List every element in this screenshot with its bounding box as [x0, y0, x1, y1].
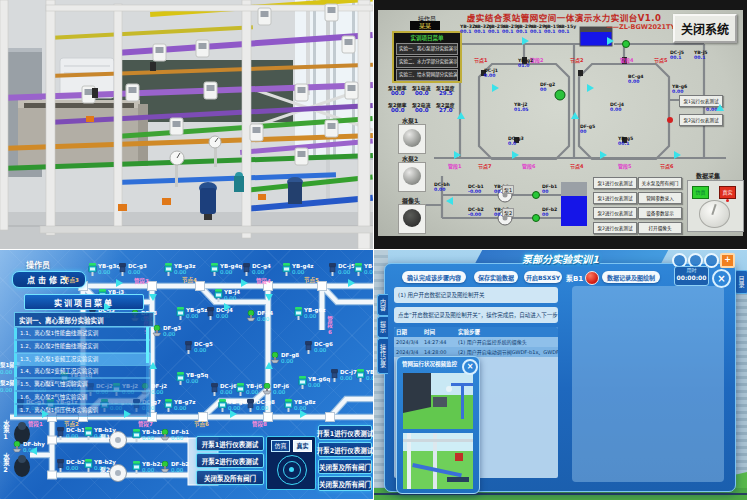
sensor-icon[interactable] — [88, 263, 97, 277]
close-all-valves-button[interactable]: 关闭泵及所有阀门 — [196, 470, 264, 485]
pump-test-button[interactable]: 泵1进行仪表测试 — [593, 192, 637, 204]
utility-button[interactable]: 设备参数显示 — [638, 207, 682, 219]
training-menu-main-item[interactable]: 实训一、离心泵部分实验实训 — [14, 312, 154, 327]
pump-test-button[interactable]: 泵1进行仪表测试 — [593, 177, 637, 189]
valve-icon[interactable] — [246, 310, 256, 323]
close-all-valves-button[interactable]: 关闭泵及所有阀门 — [318, 476, 372, 491]
sensor-icon[interactable] — [84, 427, 93, 441]
sensor-icon[interactable] — [56, 459, 65, 473]
sensor-icon[interactable] — [164, 399, 173, 413]
close-system-button[interactable]: 关闭系统 — [673, 14, 737, 43]
water-pump-label: 水泵1 — [2, 420, 9, 441]
sensor-icon[interactable] — [132, 461, 141, 475]
log-table-row[interactable]: 2024/3/414:27:44(1) 用户开启监控系统的摄像头 — [394, 337, 558, 347]
sensor-icon[interactable] — [304, 341, 313, 355]
log-cell: 2024/3/4 — [394, 337, 424, 347]
sensor-icon[interactable] — [164, 263, 173, 277]
pump-test-button[interactable]: 泵2进行仪表测试 — [593, 207, 637, 219]
sensor-icon[interactable] — [298, 376, 307, 390]
utility-button[interactable]: 管网参数录入 — [638, 192, 682, 204]
flow-arrow-icon — [446, 197, 453, 205]
open-bsxsy-button[interactable]: 开启BSXSY — [524, 271, 562, 283]
sensor-icon[interactable] — [206, 307, 215, 321]
elapsed-timer: 用时 00:00:00 — [674, 266, 709, 286]
valve-icon[interactable] — [262, 383, 272, 396]
lab-photo-quadrant — [0, 0, 373, 249]
modal-close-button[interactable]: × — [712, 269, 731, 288]
daq-knob[interactable] — [699, 200, 730, 228]
sensor-icon[interactable] — [282, 263, 291, 277]
sensor-icon[interactable] — [242, 263, 251, 277]
instrument: DC-b10.00 — [56, 427, 85, 441]
valve-tag: YB-j201.05 — [514, 102, 529, 112]
add-icon[interactable]: + — [720, 253, 735, 268]
pump-test-button[interactable]: 开泵2进行仪表测试 — [196, 453, 264, 468]
sensor-icon[interactable] — [176, 372, 185, 386]
sensor-icon[interactable] — [56, 427, 65, 441]
utility-button[interactable]: 关水泵及所有阀门 — [638, 177, 682, 189]
instrument: DC-b20.00 — [56, 459, 85, 473]
menu-scrollbar[interactable] — [146, 327, 149, 416]
sensor-icon[interactable] — [84, 459, 93, 473]
pump-test-button[interactable]: 开泵1进行仪表测试 — [318, 425, 372, 440]
sensor-icon[interactable] — [132, 429, 141, 443]
side-tab-2[interactable]: 提示 — [377, 316, 388, 338]
training-menu-item[interactable]: 1.1、离心泵1性能曲线测试实训 — [14, 327, 151, 340]
log-table-header: 日期时间实验步骤 — [394, 327, 558, 337]
side-tab-1[interactable]: 内容 — [377, 294, 388, 316]
valve-icon[interactable] — [12, 441, 22, 454]
pump-test-button[interactable]: 泵2进行仪表测试 — [593, 222, 637, 234]
pump-b1-start-button[interactable] — [585, 271, 599, 285]
training-menu-item[interactable]: 1.2、离心泵2性能曲线测试实训 — [14, 340, 151, 353]
side-tab-3[interactable]: 操作记录 — [377, 338, 388, 374]
menu-item[interactable]: 实验二、水力学部分实验演示 — [396, 56, 458, 68]
valve-icon[interactable] — [160, 429, 170, 442]
sensor-icon[interactable] — [236, 383, 245, 397]
flow-arrow-icon — [454, 151, 461, 159]
menu-item[interactable]: 实验三、给水管网部分实验演示 — [396, 69, 458, 81]
confirm-step-button[interactable]: 确认完成该步骤内容 — [402, 271, 466, 283]
sensor-icon[interactable] — [328, 263, 337, 277]
training-menu-title: 实训项目菜单 — [24, 294, 144, 310]
sensor-icon[interactable] — [246, 399, 255, 413]
sensor-icon[interactable] — [118, 263, 127, 277]
sensor-icon[interactable] — [284, 399, 293, 413]
save-data-button[interactable]: 保存实验数据 — [474, 271, 518, 283]
pump-test-button[interactable]: 泵2运行仪表测试 — [679, 114, 723, 126]
operator-name: 某某 — [410, 21, 440, 30]
instrument: DC-g30.00 — [118, 263, 147, 277]
simulation-mode-button[interactable]: 仿真 — [271, 440, 290, 452]
sensor-icon[interactable] — [214, 289, 223, 303]
simulation-button[interactable]: 仿真 — [692, 186, 709, 199]
flow-arrow-icon — [492, 84, 499, 92]
training-menu-item[interactable]: 1.5、离心泵1气蚀实验实训 — [14, 378, 151, 391]
catalog-side-tab[interactable]: 目录 — [735, 270, 747, 294]
data-record-plot-button[interactable]: 数据记录及图绘制 — [602, 271, 660, 283]
pump-test-button[interactable]: 开泵1进行仪表测试 — [196, 436, 264, 451]
sensor-icon[interactable] — [176, 307, 185, 321]
valve-tag: DF-g200 — [540, 82, 555, 92]
video-popup-close-button[interactable]: × — [462, 359, 478, 375]
valve-icon[interactable] — [160, 461, 170, 474]
sensor-icon[interactable] — [356, 369, 365, 383]
pump-test-button[interactable]: 开泵2进行仪表测试 — [318, 442, 372, 457]
valve-tag: DC-g30.0 — [508, 136, 524, 146]
instrument: DF-j40.00 — [246, 310, 273, 323]
sensor-icon[interactable] — [218, 399, 227, 413]
sensor-icon[interactable] — [210, 383, 219, 397]
menu-item[interactable]: 实验一、离心泵部分实验演示 — [396, 43, 458, 55]
training-menu-item[interactable]: 1.4、离心泵2变频工况实验实训 — [14, 365, 151, 378]
real-button[interactable]: 真实 — [719, 186, 736, 199]
instrument: YB-j50.00 — [354, 263, 373, 277]
sensor-icon[interactable] — [210, 263, 219, 277]
training-menu-item[interactable]: 1.6、离心泵2气蚀实验实训 — [14, 391, 151, 404]
instrument: DF-j60.00 — [262, 383, 289, 396]
real-mode-button[interactable]: 真实 — [293, 440, 312, 452]
training-menu-item[interactable]: 1.3、离心泵1变频工况实验实训 — [14, 353, 151, 366]
sensor-icon[interactable] — [294, 307, 303, 321]
close-all-valves-button[interactable]: 关闭泵及所有阀门 — [318, 459, 372, 474]
sensor-icon[interactable] — [330, 369, 339, 383]
sensor-icon[interactable] — [184, 341, 193, 355]
utility-button[interactable]: 打开摄像头 — [638, 222, 682, 234]
sensor-icon[interactable] — [354, 263, 363, 277]
